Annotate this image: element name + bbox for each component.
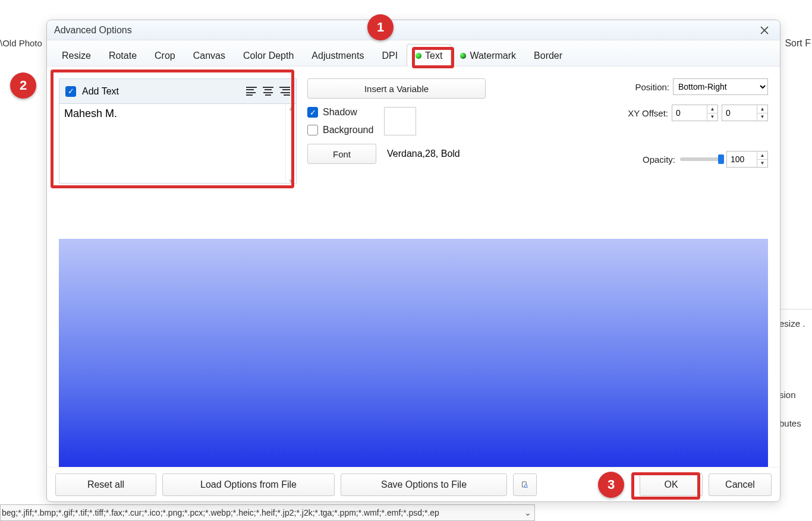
x-offset-spinner[interactable]: ▲▼ (672, 105, 718, 121)
dialog-title: Advanced Options (54, 25, 132, 36)
tab-color-depth[interactable]: Color Depth (234, 44, 303, 67)
textarea-scrollbar[interactable]: ▲▼ (285, 104, 296, 185)
active-dot-icon (460, 53, 466, 59)
bg-right-item: esize . (779, 310, 812, 381)
bg-sort-fragment: Sort F (785, 38, 812, 49)
tab-rotate[interactable]: Rotate (100, 44, 146, 67)
spin-up-icon[interactable]: ▲ (757, 151, 767, 160)
tab-dpi[interactable]: DPI (373, 44, 407, 67)
opacity-spinner[interactable]: ▲▼ (726, 151, 768, 168)
tab-text[interactable]: Text (407, 44, 451, 67)
preview-canvas: Mahesh M. (59, 239, 768, 467)
align-right-button[interactable] (279, 87, 290, 96)
load-options-button[interactable]: Load Options from File (162, 473, 335, 496)
scroll-up-icon[interactable]: ▲ (288, 105, 294, 112)
add-text-label: Add Text (82, 86, 119, 97)
ok-button[interactable]: OK (640, 473, 703, 496)
bg-right-item: butes (779, 409, 812, 438)
scroll-down-icon[interactable]: ▼ (288, 178, 294, 184)
mid-controls: Insert a Variable Shadow Background Font… (307, 78, 486, 164)
tab-resize[interactable]: Resize (53, 44, 100, 67)
save-options-button[interactable]: Save Options to File (341, 473, 507, 496)
right-controls: Position: Bottom-Right XY Offset: ▲▼ ▲▼ … (602, 78, 768, 168)
spin-down-icon[interactable]: ▼ (707, 113, 717, 121)
background-label: Background (323, 125, 373, 135)
add-text-checkbox[interactable] (65, 86, 76, 97)
color-swatch[interactable] (384, 107, 416, 135)
tab-label: Watermark (470, 50, 516, 61)
bg-right-list: esize . sion butes (779, 309, 812, 438)
align-center-button[interactable] (263, 87, 273, 96)
slider-thumb[interactable] (718, 154, 724, 164)
opacity-label: Opacity: (643, 154, 675, 165)
x-offset-input[interactable] (672, 105, 707, 121)
annotation-badge-2: 2 (10, 72, 36, 99)
chevron-down-icon[interactable]: ⌄ (521, 508, 534, 517)
tab-adjustments[interactable]: Adjustments (303, 44, 373, 67)
tab-bar: Resize Rotate Crop Canvas Color Depth Ad… (47, 40, 780, 67)
status-filter-text: beg;*.jfif;*.bmp;*.gif;*.tif;*.tiff;*.fa… (2, 508, 521, 517)
annotation-badge-3: 3 (598, 472, 624, 498)
svg-line-2 (527, 487, 528, 488)
bg-right-item: sion (779, 381, 812, 409)
shadow-label: Shadow (323, 107, 357, 118)
font-button[interactable]: Font (307, 144, 376, 164)
tab-watermark[interactable]: Watermark (451, 44, 525, 67)
watermark-text-input[interactable] (59, 103, 297, 184)
spin-down-icon[interactable]: ▼ (757, 113, 767, 121)
svg-point-1 (524, 485, 527, 487)
cancel-button[interactable]: Cancel (709, 473, 772, 496)
dialog-body: Add Text ▲▼ Insert a Variable (47, 67, 780, 467)
spin-up-icon[interactable]: ▲ (707, 105, 717, 113)
advanced-options-dialog: Advanced Options Resize Rotate Crop Canv… (46, 20, 780, 502)
add-text-group: Add Text ▲▼ (59, 78, 297, 186)
dialog-footer: Reset all Load Options from File Save Op… (47, 467, 780, 501)
position-label: Position: (635, 82, 669, 92)
page-magnifier-icon (522, 479, 528, 491)
y-offset-spinner[interactable]: ▲▼ (722, 105, 768, 121)
shadow-checkbox[interactable] (307, 107, 318, 118)
opacity-slider[interactable] (680, 157, 722, 161)
align-left-button[interactable] (246, 87, 257, 96)
spin-up-icon[interactable]: ▲ (757, 105, 767, 113)
status-bar[interactable]: beg;*.jfif;*.bmp;*.gif;*.tif;*.tiff;*.fa… (0, 504, 535, 521)
background-checkbox[interactable] (307, 125, 318, 135)
opacity-input[interactable] (727, 151, 757, 167)
preview-zoom-button[interactable] (513, 473, 537, 496)
xy-offset-label: XY Offset: (628, 108, 668, 118)
reset-all-button[interactable]: Reset all (55, 473, 156, 496)
insert-variable-button[interactable]: Insert a Variable (307, 78, 486, 99)
bg-path-fragment: \Old Photo (0, 38, 42, 48)
position-select[interactable]: Bottom-Right (673, 78, 768, 95)
spin-down-icon[interactable]: ▼ (757, 160, 767, 168)
active-dot-icon (416, 53, 421, 59)
tab-crop[interactable]: Crop (146, 44, 184, 67)
annotation-badge-1: 1 (367, 14, 394, 40)
tab-canvas[interactable]: Canvas (184, 44, 234, 67)
font-description: Verdana,28, Bold (387, 149, 460, 159)
tab-border[interactable]: Border (525, 44, 571, 67)
y-offset-input[interactable] (722, 105, 757, 121)
close-icon (760, 26, 769, 34)
close-button[interactable] (756, 22, 773, 39)
dialog-titlebar[interactable]: Advanced Options (47, 20, 780, 40)
preview-watermark-text: Mahesh M. (596, 465, 754, 467)
tab-label: Text (425, 50, 442, 61)
